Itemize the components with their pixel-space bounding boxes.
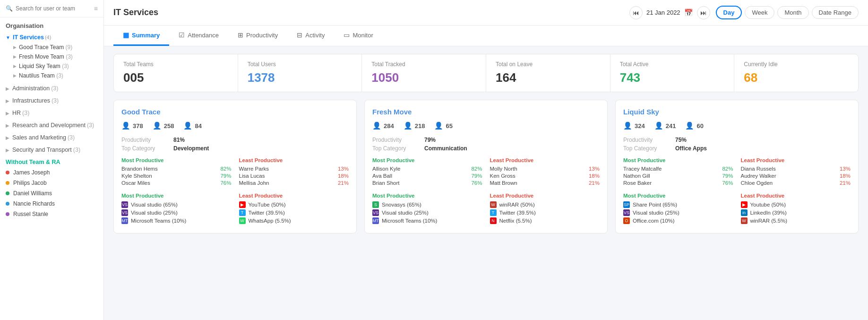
least-productive-label-0: Least Productive (239, 157, 349, 163)
user-russel[interactable]: Russel Stanle (0, 209, 103, 219)
liquid-sky-category-value: Office Apps (675, 145, 707, 152)
active-icon-1: 👤 (404, 121, 413, 130)
stat-total-leave: Total on Leave 164 (486, 54, 610, 92)
most-productive-label-0: Most Productive (121, 157, 232, 163)
search-input[interactable] (16, 5, 94, 12)
fresh-move-idle-val: 65 (446, 122, 452, 130)
tab-productivity[interactable]: ⊞ Productivity (228, 26, 287, 46)
least-productive-label-2: Least Productive (741, 157, 851, 163)
sidebar-item-good-trace[interactable]: ▶ Good Trace Team (9) (0, 43, 103, 52)
calendar-icon[interactable]: 📅 (684, 9, 693, 17)
sidebar-item-liquid-sky[interactable]: ▶ Liquid Sky Team (3) (0, 61, 103, 71)
user-nancie[interactable]: Nancie Richards (0, 199, 103, 209)
tab-attendance[interactable]: ☑ Attendance (169, 26, 228, 46)
person-row: Ava Ball79% (372, 173, 482, 179)
sidebar-research[interactable]: ▶ Research and Development (3) (0, 118, 103, 130)
stat-total-active-value: 743 (620, 70, 725, 85)
app-row: OOffice.com (10%) (623, 217, 733, 224)
user-james[interactable]: James Joseph (0, 167, 103, 178)
sidebar-item-nautilus[interactable]: ▶ Nautilus Team (3) (0, 71, 103, 80)
month-button[interactable]: Month (777, 6, 808, 19)
mt-icon2: MT (372, 217, 379, 224)
fresh-move-category-label: Top Category (372, 145, 424, 152)
sidebar-item-fresh-move[interactable]: ▶ Fresh Move Team (3) (0, 52, 103, 61)
sidebar-administration[interactable]: ▶ Administration (3) (0, 81, 103, 94)
good-trace-idle-val: 84 (195, 122, 201, 130)
fresh-move-active-stat: 👤 218 (404, 121, 425, 130)
good-trace-category-label: Top Category (121, 145, 173, 152)
good-trace-most-persons: Most Productive Brandon Hems82% Kyle She… (121, 157, 232, 187)
tab-monitor[interactable]: ▭ Monitor (334, 26, 382, 46)
users-icon-1: 👤 (372, 121, 381, 130)
team-card-fresh-move: Fresh Move 👤 284 👤 218 👤 65 (364, 100, 608, 234)
monitor-tab-label: Monitor (352, 32, 373, 39)
app-row: MTMicrosoft Teams (10%) (372, 217, 482, 224)
good-trace-least-persons: Least Productive Warre Parks13% Lisa Luc… (239, 157, 349, 187)
fresh-move-productivity-label: Productivity (372, 137, 424, 143)
person-row: Brian Short76% (372, 180, 482, 186)
app-row: VSVisual studio (25%) (372, 209, 482, 216)
fresh-move-category-row: Top Category Communication (372, 145, 600, 152)
user-philips[interactable]: Philips Jacob (0, 178, 103, 188)
person-row: Matt Brown21% (490, 180, 600, 186)
sidebar-security[interactable]: ▶ Security and Transport (3) (0, 143, 103, 155)
liquid-sky-productivity-label: Productivity (623, 137, 675, 143)
page-title: IT Services (113, 8, 624, 17)
person-row: Rose Baker76% (623, 180, 733, 186)
app-row: ▶Youtube (50%) (741, 201, 851, 208)
stat-currently-idle-value: 68 (744, 70, 849, 85)
tab-activity[interactable]: ⊟ Activity (287, 26, 334, 46)
date-range-button[interactable]: Date Range (812, 6, 859, 19)
sidebar-infrastructures[interactable]: ▶ Infrastructures (3) (0, 94, 103, 106)
sidebar-hr[interactable]: ▶ HR (3) (0, 106, 103, 118)
user-daniel[interactable]: Daniel Williams (0, 188, 103, 199)
tab-summary[interactable]: ▦ Summary (113, 26, 169, 46)
infra-arrow: ▶ (6, 98, 9, 104)
fresh-move-idle-stat: 👤 65 (434, 121, 452, 130)
person-row: Tracey Matcalfe82% (623, 166, 733, 172)
fresh-move-prod-section: Most Productive Allison Kyle82% Ava Ball… (372, 157, 600, 187)
stat-total-active: Total Active 743 (610, 54, 735, 92)
most-productive-apps-label-0: Most Productive (121, 193, 232, 199)
filter-icon[interactable]: ≡ (94, 5, 98, 12)
most-productive-apps-label-1: Most Productive (372, 193, 482, 199)
it-services-header[interactable]: ▼ IT Services (4) (0, 32, 103, 43)
user-russel-name: Russel Stanle (13, 211, 48, 217)
fresh-move-category-value: Communication (424, 145, 467, 152)
week-button[interactable]: Week (745, 6, 774, 19)
app-row: WWhatsApp (5.5%) (239, 217, 349, 224)
content-area: Total Teams 005 Total Users 1378 Total T… (104, 46, 868, 320)
attendance-tab-label: Attendance (188, 32, 219, 39)
good-trace-category-value: Development (173, 145, 209, 152)
fresh-move-productivity-value: 79% (424, 137, 436, 143)
stat-total-teams: Total Teams 005 (114, 54, 238, 92)
team-card-liquid-sky: Liquid Sky 👤 324 👤 241 👤 60 (615, 100, 859, 234)
mt-icon: MT (121, 217, 128, 224)
search-bar[interactable]: 🔍 ≡ (0, 0, 103, 17)
good-trace-idle-stat: 👤 84 (183, 121, 201, 130)
fresh-move-least-persons: Least Productive Molly North13% Ken Gros… (490, 157, 600, 187)
liquid-sky-prod-section: Most Productive Tracey Matcalfe82% Natho… (623, 157, 851, 187)
yt-icon: ▶ (239, 201, 246, 208)
app-row: MTMicrosoft Teams (10%) (121, 217, 232, 224)
idle-icon-0: 👤 (183, 121, 192, 130)
person-row: Warre Parks13% (239, 166, 349, 172)
person-row: Nathon Gill79% (623, 173, 733, 179)
prev-date-button[interactable]: ⏮ (629, 6, 643, 19)
user-philips-name: Philips Jacob (13, 180, 47, 186)
person-row: Allison Kyle82% (372, 166, 482, 172)
stat-total-tracked: Total Tracked 1050 (362, 54, 486, 92)
app-row: WwinRAR (50%) (490, 201, 600, 208)
attendance-tab-icon: ☑ (179, 31, 185, 39)
sidebar-sales[interactable]: ▶ Sales and Marketing (3) (0, 130, 103, 143)
good-trace-arrow: ▶ (13, 45, 17, 50)
fresh-move-stats: 👤 284 👤 218 👤 65 (372, 121, 600, 130)
sidebar: 🔍 ≡ Organisation ▼ IT Services (4) ▶ Goo… (0, 0, 104, 320)
day-button[interactable]: Day (716, 6, 742, 19)
stat-total-active-label: Total Active (620, 61, 725, 68)
person-row: Brandon Hems82% (121, 166, 232, 172)
next-date-button[interactable]: ⏭ (697, 6, 710, 19)
security-arrow: ▶ (6, 147, 9, 153)
date-navigation: ⏮ 21 Jan 2022 📅 ⏭ (629, 6, 710, 19)
good-trace-label: Good Trace Team (9) (19, 44, 72, 51)
